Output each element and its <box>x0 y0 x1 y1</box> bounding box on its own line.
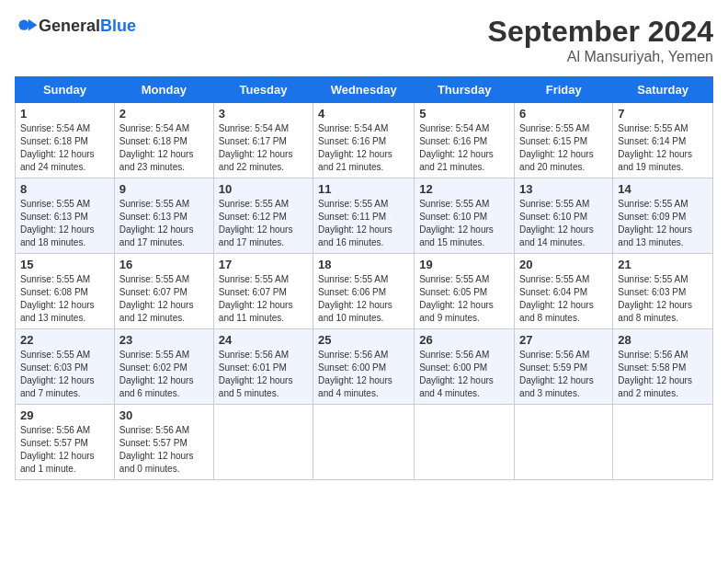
day-number: 8 <box>20 182 109 196</box>
calendar-cell: 4Sunrise: 5:54 AMSunset: 6:16 PMDaylight… <box>313 103 415 178</box>
day-detail: Sunrise: 5:54 AMSunset: 6:18 PMDaylight:… <box>119 122 209 174</box>
day-number: 26 <box>419 333 509 347</box>
day-number: 13 <box>519 182 608 196</box>
day-detail: Sunrise: 5:55 AMSunset: 6:03 PMDaylight:… <box>20 349 109 400</box>
day-number: 16 <box>119 258 209 271</box>
day-detail: Sunrise: 5:56 AMSunset: 5:59 PMDaylight:… <box>519 349 608 400</box>
calendar-cell: 1Sunrise: 5:54 AMSunset: 6:18 PMDaylight… <box>16 103 115 178</box>
calendar-cell: 7Sunrise: 5:55 AMSunset: 6:14 PMDaylight… <box>613 103 713 178</box>
day-detail: Sunrise: 5:55 AMSunset: 6:05 PMDaylight:… <box>419 273 509 325</box>
day-detail: Sunrise: 5:55 AMSunset: 6:13 PMDaylight:… <box>119 198 209 249</box>
day-detail: Sunrise: 5:55 AMSunset: 6:06 PMDaylight:… <box>318 273 409 325</box>
calendar-cell: 2Sunrise: 5:54 AMSunset: 6:18 PMDaylight… <box>114 103 213 178</box>
calendar-cell: 10Sunrise: 5:55 AMSunset: 6:12 PMDayligh… <box>213 178 313 254</box>
calendar-cell: 27Sunrise: 5:56 AMSunset: 5:59 PMDayligh… <box>515 329 613 405</box>
calendar-cell: 5Sunrise: 5:54 AMSunset: 6:16 PMDaylight… <box>415 103 515 178</box>
calendar-cell: 6Sunrise: 5:55 AMSunset: 6:15 PMDaylight… <box>515 103 613 178</box>
day-number: 27 <box>519 333 608 347</box>
day-number: 3 <box>219 107 308 121</box>
calendar-cell: 9Sunrise: 5:55 AMSunset: 6:13 PMDaylight… <box>114 178 213 254</box>
day-number: 23 <box>119 333 209 347</box>
calendar-week-5: 29Sunrise: 5:56 AMSunset: 5:57 PMDayligh… <box>16 405 713 480</box>
day-detail: Sunrise: 5:56 AMSunset: 6:01 PMDaylight:… <box>219 349 308 400</box>
logo-icon <box>17 15 39 37</box>
day-detail: Sunrise: 5:55 AMSunset: 6:02 PMDaylight:… <box>119 349 209 400</box>
calendar-cell: 21Sunrise: 5:55 AMSunset: 6:03 PMDayligh… <box>613 254 713 329</box>
calendar-cell <box>415 405 515 480</box>
calendar-cell: 25Sunrise: 5:56 AMSunset: 6:00 PMDayligh… <box>313 329 415 405</box>
calendar-cell: 23Sunrise: 5:55 AMSunset: 6:02 PMDayligh… <box>114 329 213 405</box>
calendar-cell: 24Sunrise: 5:56 AMSunset: 6:01 PMDayligh… <box>213 329 313 405</box>
logo: General Blue <box>15 15 136 37</box>
svg-marker-1 <box>28 19 38 31</box>
header-saturday: Saturday <box>613 77 713 103</box>
day-detail: Sunrise: 5:55 AMSunset: 6:10 PMDaylight:… <box>519 198 608 249</box>
calendar-cell: 17Sunrise: 5:55 AMSunset: 6:07 PMDayligh… <box>213 254 313 329</box>
header-thursday: Thursday <box>415 77 515 103</box>
day-number: 4 <box>318 107 409 121</box>
day-number: 17 <box>219 258 308 271</box>
calendar-cell: 26Sunrise: 5:56 AMSunset: 6:00 PMDayligh… <box>415 329 515 405</box>
location-subtitle: Al Mansuriyah, Yemen <box>488 49 713 65</box>
calendar-cell: 16Sunrise: 5:55 AMSunset: 6:07 PMDayligh… <box>114 254 213 329</box>
day-number: 12 <box>419 182 509 196</box>
day-detail: Sunrise: 5:56 AMSunset: 6:00 PMDaylight:… <box>318 349 409 400</box>
day-detail: Sunrise: 5:54 AMSunset: 6:17 PMDaylight:… <box>219 122 308 174</box>
day-number: 24 <box>219 333 308 347</box>
day-number: 2 <box>119 107 209 121</box>
day-number: 5 <box>419 107 509 121</box>
day-detail: Sunrise: 5:54 AMSunset: 6:16 PMDaylight:… <box>318 122 409 174</box>
calendar-week-1: 1Sunrise: 5:54 AMSunset: 6:18 PMDaylight… <box>16 103 713 178</box>
logo-blue: Blue <box>100 17 136 36</box>
calendar-cell: 22Sunrise: 5:55 AMSunset: 6:03 PMDayligh… <box>16 329 115 405</box>
day-number: 28 <box>618 333 708 347</box>
calendar-cell: 30Sunrise: 5:56 AMSunset: 5:57 PMDayligh… <box>114 405 213 480</box>
day-detail: Sunrise: 5:55 AMSunset: 6:10 PMDaylight:… <box>419 198 509 249</box>
day-number: 18 <box>318 258 409 271</box>
calendar-table: SundayMondayTuesdayWednesdayThursdayFrid… <box>15 76 713 480</box>
day-number: 22 <box>20 333 109 347</box>
day-detail: Sunrise: 5:55 AMSunset: 6:04 PMDaylight:… <box>519 273 608 325</box>
calendar-week-2: 8Sunrise: 5:55 AMSunset: 6:13 PMDaylight… <box>16 178 713 254</box>
day-detail: Sunrise: 5:56 AMSunset: 5:58 PMDaylight:… <box>618 349 708 400</box>
day-number: 7 <box>618 107 708 121</box>
day-detail: Sunrise: 5:56 AMSunset: 6:00 PMDaylight:… <box>419 349 509 400</box>
calendar-cell: 14Sunrise: 5:55 AMSunset: 6:09 PMDayligh… <box>613 178 713 254</box>
header-friday: Friday <box>515 77 613 103</box>
day-number: 25 <box>318 333 409 347</box>
day-number: 29 <box>20 408 109 422</box>
calendar-week-3: 15Sunrise: 5:55 AMSunset: 6:08 PMDayligh… <box>16 254 713 329</box>
calendar-cell: 13Sunrise: 5:55 AMSunset: 6:10 PMDayligh… <box>515 178 613 254</box>
day-number: 9 <box>119 182 209 196</box>
header-tuesday: Tuesday <box>213 77 313 103</box>
day-detail: Sunrise: 5:55 AMSunset: 6:07 PMDaylight:… <box>219 273 308 325</box>
logo-general: General <box>39 17 100 36</box>
day-number: 14 <box>618 182 708 196</box>
calendar-cell: 18Sunrise: 5:55 AMSunset: 6:06 PMDayligh… <box>313 254 415 329</box>
header-wednesday: Wednesday <box>313 77 415 103</box>
day-detail: Sunrise: 5:55 AMSunset: 6:07 PMDaylight:… <box>119 273 209 325</box>
day-detail: Sunrise: 5:55 AMSunset: 6:09 PMDaylight:… <box>618 198 708 249</box>
day-detail: Sunrise: 5:56 AMSunset: 5:57 PMDaylight:… <box>119 424 209 476</box>
day-detail: Sunrise: 5:55 AMSunset: 6:15 PMDaylight:… <box>519 122 608 174</box>
day-detail: Sunrise: 5:54 AMSunset: 6:18 PMDaylight:… <box>20 122 109 174</box>
calendar-cell: 3Sunrise: 5:54 AMSunset: 6:17 PMDaylight… <box>213 103 313 178</box>
page-header: General Blue September 2024 Al Mansuriya… <box>15 15 713 65</box>
calendar-cell: 20Sunrise: 5:55 AMSunset: 6:04 PMDayligh… <box>515 254 613 329</box>
day-detail: Sunrise: 5:55 AMSunset: 6:11 PMDaylight:… <box>318 198 409 249</box>
calendar-cell: 11Sunrise: 5:55 AMSunset: 6:11 PMDayligh… <box>313 178 415 254</box>
calendar-cell <box>313 405 415 480</box>
month-year-title: September 2024 <box>488 15 713 49</box>
calendar-cell: 19Sunrise: 5:55 AMSunset: 6:05 PMDayligh… <box>415 254 515 329</box>
day-number: 19 <box>419 258 509 271</box>
day-detail: Sunrise: 5:56 AMSunset: 5:57 PMDaylight:… <box>20 424 109 476</box>
day-number: 20 <box>519 258 608 271</box>
day-detail: Sunrise: 5:54 AMSunset: 6:16 PMDaylight:… <box>419 122 509 174</box>
day-detail: Sunrise: 5:55 AMSunset: 6:08 PMDaylight:… <box>20 273 109 325</box>
calendar-cell: 29Sunrise: 5:56 AMSunset: 5:57 PMDayligh… <box>16 405 115 480</box>
day-detail: Sunrise: 5:55 AMSunset: 6:12 PMDaylight:… <box>219 198 308 249</box>
day-number: 1 <box>20 107 109 121</box>
day-detail: Sunrise: 5:55 AMSunset: 6:14 PMDaylight:… <box>618 122 708 174</box>
calendar-cell: 12Sunrise: 5:55 AMSunset: 6:10 PMDayligh… <box>415 178 515 254</box>
header-monday: Monday <box>114 77 213 103</box>
